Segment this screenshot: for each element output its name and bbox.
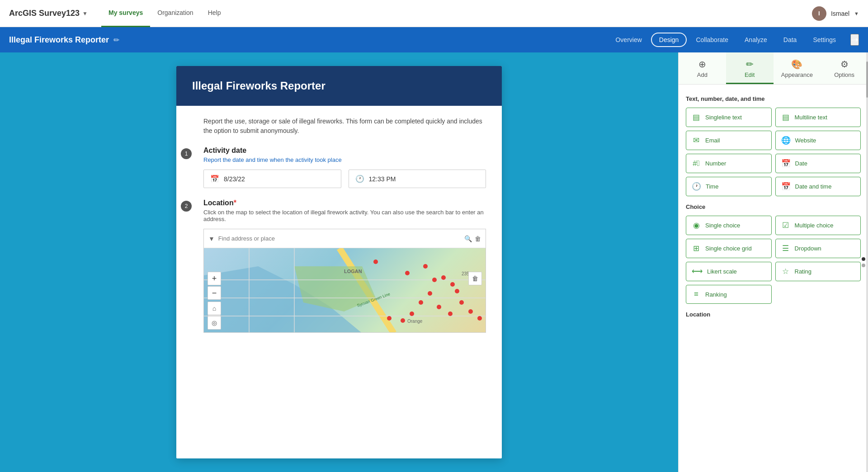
time-label: Time (706, 183, 718, 190)
map-delete-icon[interactable]: 🗑 (475, 235, 481, 242)
tab-add[interactable]: ⊕ Add (679, 52, 726, 84)
nav-link-my-surveys[interactable]: My surveys (101, 0, 150, 27)
widget-likert-scale[interactable]: ⟷ Likert scale (686, 262, 772, 281)
scrollbar-track (866, 52, 868, 472)
widget-single-choice[interactable]: ◉ Single choice (686, 216, 772, 235)
map-trash-button[interactable]: 🗑 (468, 272, 482, 285)
app-title-text: ArcGIS Survey123 (9, 9, 80, 18)
survey-nav-settings[interactable]: Settings (806, 33, 843, 46)
widget-rating[interactable]: ☆ Rating (775, 262, 861, 281)
widget-website[interactable]: 🌐 Website (775, 131, 861, 150)
time-value: 12:33 PM (369, 175, 396, 183)
right-panel: ⊕ Add ✏ Edit 🎨 Appearance ⚙ Options Text… (678, 52, 868, 472)
main-layout: Illegal Fireworks Reporter Report the us… (0, 52, 868, 472)
svg-point-24 (477, 316, 482, 321)
sublabel-link-1[interactable]: activity took place (295, 156, 342, 163)
survey-title-edit-button[interactable]: ✏ (113, 36, 119, 44)
multiline-text-label: Multiline text (795, 114, 827, 121)
date-and-time-label: Date and time (795, 183, 832, 190)
survey-nav: Illegal Fireworks Reporter ✏ Overview De… (0, 27, 868, 52)
top-nav: ArcGIS Survey123 ▼ My surveys Organizati… (0, 0, 868, 27)
svg-point-13 (423, 264, 428, 269)
likert-scale-label: Likert scale (707, 268, 737, 275)
svg-point-18 (428, 291, 432, 296)
svg-point-11 (373, 260, 378, 264)
nav-link-help[interactable]: Help (201, 0, 228, 27)
scrollbar-thumb[interactable] (866, 61, 868, 98)
map-search-icon[interactable]: 🔍 (464, 235, 472, 242)
calendar-icon: 📅 (210, 175, 219, 183)
svg-point-14 (432, 278, 437, 282)
date-input[interactable]: 📅 8/23/22 (203, 170, 341, 188)
widget-multiple-choice[interactable]: ☑ Multiple choice (775, 216, 861, 235)
tab-options[interactable]: ⚙ Options (821, 52, 868, 84)
survey-nav-design[interactable]: Design (651, 33, 687, 47)
survey-nav-overview[interactable]: Overview (608, 33, 649, 46)
choice-widgets-grid: ◉ Single choice ☑ Multiple choice ⊞ Sing… (686, 216, 861, 304)
date-icon: 📅 (781, 159, 791, 168)
right-panel-tabs: ⊕ Add ✏ Edit 🎨 Appearance ⚙ Options (679, 52, 868, 85)
widget-date[interactable]: 📅 Date (775, 154, 861, 173)
survey-nav-collaborate[interactable]: Collaborate (689, 33, 736, 46)
svg-point-27 (387, 316, 392, 321)
add-tab-label: Add (697, 71, 708, 78)
rating-icon: ☆ (781, 267, 790, 276)
map-zoom-in-button[interactable]: + (208, 272, 221, 285)
multiline-text-icon: ▤ (781, 113, 790, 122)
widget-multiline-text[interactable]: ▤ Multiline text (775, 108, 861, 127)
widget-time[interactable]: 🕐 Time (686, 177, 772, 196)
svg-point-12 (405, 271, 410, 275)
survey-nav-data[interactable]: Data (776, 33, 804, 46)
scroll-dot-inactive (862, 264, 865, 267)
map-body[interactable]: LOGAN Orange 235 (204, 248, 486, 332)
sublabel-plain-1: Report the date and time when the (203, 156, 295, 163)
ranking-label: Ranking (705, 291, 727, 298)
map-search-bar: ▼ 🔍 🗑 (204, 229, 486, 248)
user-caret-icon[interactable]: ▼ (854, 11, 859, 16)
number-icon: #⃣ (692, 159, 701, 168)
map-locate-button[interactable]: ◎ (208, 316, 221, 330)
app-title-caret[interactable]: ▼ (82, 10, 88, 17)
user-name[interactable]: Ismael (831, 10, 849, 17)
svg-text:Orange: Orange (407, 319, 423, 324)
app-title: ArcGIS Survey123 ▼ (9, 9, 88, 18)
map-home-button[interactable]: ⌂ (208, 302, 221, 315)
svg-point-23 (468, 309, 473, 314)
widget-singleline-text[interactable]: ▤ Singleline text (686, 108, 772, 127)
widget-date-and-time[interactable]: 📅 Date and time (775, 177, 861, 196)
top-nav-right: I Ismael ▼ (812, 6, 859, 21)
time-input[interactable]: 🕐 12:33 PM (349, 170, 486, 188)
clock-icon: 🕐 (355, 175, 364, 183)
top-nav-links: My surveys Organization Help (101, 0, 228, 27)
widget-dropdown[interactable]: ☰ Dropdown (775, 239, 861, 258)
survey-title-text: Illegal Fireworks Reporter (9, 35, 109, 45)
single-choice-grid-label: Single choice grid (705, 245, 752, 252)
question-label-2: Location* (203, 199, 486, 207)
map-search-input[interactable] (215, 235, 464, 242)
dropdown-label: Dropdown (795, 245, 821, 252)
map-container[interactable]: ▼ 🔍 🗑 (203, 229, 486, 333)
survey-nav-analyze[interactable]: Analyze (737, 33, 774, 46)
svg-text:LOGAN: LOGAN (344, 269, 362, 274)
svg-point-25 (410, 312, 414, 316)
widget-single-choice-grid[interactable]: ⊞ Single choice grid (686, 239, 772, 258)
share-button[interactable]: ⇢ (850, 34, 859, 46)
section-text-label: Text, number, date, and time (686, 95, 861, 102)
widget-email[interactable]: ✉ Email (686, 131, 772, 150)
tab-edit[interactable]: ✏ Edit (726, 52, 774, 84)
required-star: * (234, 199, 236, 207)
question-block-1: 1 Activity date Report the date and time… (203, 146, 486, 188)
tab-appearance[interactable]: 🎨 Appearance (774, 52, 821, 84)
appearance-tab-icon: 🎨 (791, 59, 802, 70)
widget-ranking[interactable]: ≡ Ranking (686, 285, 772, 304)
nav-link-organization[interactable]: Organization (150, 0, 200, 27)
scroll-indicator (862, 257, 865, 267)
question-number-2: 2 (181, 201, 192, 212)
survey-form: Illegal Fireworks Reporter Report the us… (176, 66, 502, 458)
map-dropdown-icon[interactable]: ▼ (208, 235, 215, 242)
svg-point-20 (437, 305, 441, 309)
add-tab-icon: ⊕ (698, 59, 706, 70)
widget-number[interactable]: #⃣ Number (686, 154, 772, 173)
map-zoom-out-button[interactable]: − (208, 286, 221, 300)
website-label: Website (795, 137, 816, 144)
